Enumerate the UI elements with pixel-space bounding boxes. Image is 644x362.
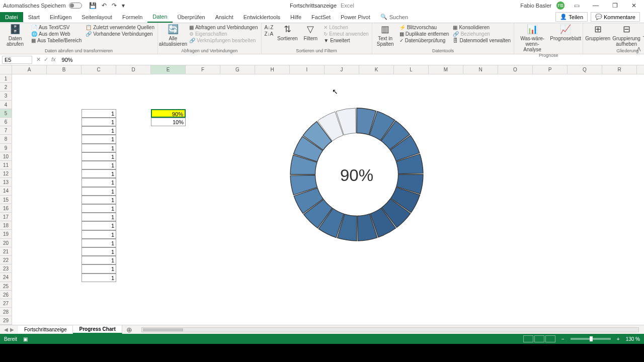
row-header-15[interactable]: 15: [0, 196, 12, 204]
tab-formeln[interactable]: Formeln: [117, 12, 147, 22]
data-validation[interactable]: ✓ Datenüberprüfung: [399, 38, 449, 43]
filter-button[interactable]: ▽Filtern: [301, 25, 319, 41]
avatar[interactable]: FB: [556, 2, 565, 10]
add-sheet-icon[interactable]: ⊕: [122, 326, 136, 334]
cell-C15[interactable]: 1: [82, 196, 116, 204]
col-header-E[interactable]: E: [151, 65, 186, 74]
autosave-toggle[interactable]: [69, 3, 82, 9]
cell-C6[interactable]: 1: [82, 118, 116, 126]
row-header-22[interactable]: 22: [0, 256, 12, 264]
row-header-9[interactable]: 9: [0, 144, 12, 152]
group-button[interactable]: ⊞Gruppieren: [586, 25, 609, 41]
cell-C18[interactable]: 1: [82, 221, 116, 230]
save-icon[interactable]: 💾: [89, 2, 97, 9]
tab-daten[interactable]: Daten: [147, 12, 172, 23]
row-header-5[interactable]: 5: [0, 109, 12, 118]
cell-C21[interactable]: 1: [82, 247, 116, 256]
zoom-slider[interactable]: [571, 338, 611, 340]
tell-me-search[interactable]: 🔍 Suchen: [380, 14, 408, 20]
tab-start[interactable]: Start: [23, 12, 45, 22]
tab-factset[interactable]: FactSet: [306, 12, 336, 22]
col-header-J[interactable]: J: [325, 65, 359, 74]
consolidate[interactable]: ▦ Konsolidieren: [453, 25, 511, 30]
cell-C17[interactable]: 1: [82, 213, 116, 221]
tab-file[interactable]: Datei: [0, 12, 23, 22]
ungroup-button[interactable]: ⊟Gruppierung aufheben: [613, 25, 639, 47]
cell-C22[interactable]: 1: [82, 256, 116, 264]
remove-duplicates[interactable]: ▦ Duplikate entfernen: [399, 31, 449, 37]
cell-E5[interactable]: 90%: [151, 109, 186, 118]
cell-C12[interactable]: 1: [82, 169, 116, 178]
collapse-ribbon-icon[interactable]: ᐱ: [637, 46, 641, 53]
cell-C11[interactable]: 1: [82, 161, 116, 169]
row-header-4[interactable]: 4: [0, 101, 12, 109]
tab-entwicklertools[interactable]: Entwicklertools: [238, 12, 285, 22]
comments-button[interactable]: 💬Kommentare: [591, 12, 640, 22]
refresh-all-button[interactable]: 🔄Alle aktualisieren: [161, 25, 185, 47]
tab-nav-next-icon[interactable]: ▶: [10, 327, 14, 332]
col-header-B[interactable]: B: [47, 65, 82, 74]
forecast-sheet[interactable]: 📈Prognoseblatt: [551, 25, 580, 41]
manage-datamodel[interactable]: 🗄 Datenmodell verwalten: [453, 38, 511, 43]
col-header-Q[interactable]: Q: [568, 65, 602, 74]
row-header-11[interactable]: 11: [0, 161, 12, 169]
cell-C9[interactable]: 1: [82, 144, 116, 152]
macro-record-icon[interactable]: ▣: [23, 336, 28, 342]
row-header-13[interactable]: 13: [0, 178, 12, 187]
tab-seitenlayout[interactable]: Seitenlayout: [76, 12, 117, 22]
view-page-layout-icon[interactable]: [534, 335, 544, 342]
col-header-D[interactable]: D: [116, 65, 151, 74]
sheet-tab-2[interactable]: Progress Chart: [73, 325, 122, 334]
recent-sources[interactable]: 📋 Zuletzt verwendete Quellen: [86, 25, 154, 30]
col-header-O[interactable]: O: [498, 65, 533, 74]
row-header-20[interactable]: 20: [0, 239, 12, 247]
col-header-F[interactable]: F: [186, 65, 220, 74]
cell-C13[interactable]: 1: [82, 178, 116, 187]
col-header-P[interactable]: P: [533, 65, 568, 74]
sort-za[interactable]: Z↓A: [265, 31, 274, 37]
maximize-icon[interactable]: ❐: [608, 2, 622, 9]
user-name[interactable]: Fabio Basler: [520, 3, 551, 9]
tab-ansicht[interactable]: Ansicht: [210, 12, 238, 22]
col-header-H[interactable]: H: [255, 65, 290, 74]
tab-hilfe[interactable]: Hilfe: [285, 12, 306, 22]
close-icon[interactable]: ✕: [627, 2, 641, 9]
ribbon-display-icon[interactable]: ▭: [570, 2, 584, 9]
row-header-2[interactable]: 2: [0, 83, 12, 92]
zoom-in-icon[interactable]: +: [617, 336, 620, 342]
cell-C8[interactable]: 1: [82, 135, 116, 143]
row-header-29[interactable]: 29: [0, 316, 12, 325]
sheet-tab-1[interactable]: Fortschrittsanzeige: [18, 326, 73, 333]
row-header-10[interactable]: 10: [0, 152, 12, 161]
zoom-out-icon[interactable]: −: [561, 336, 565, 342]
get-data-button[interactable]: 🗄️Daten abrufen: [3, 25, 27, 47]
worksheet[interactable]: 1234567891011121314151617181920212223242…: [0, 65, 644, 325]
cell-E6[interactable]: 10%: [151, 118, 186, 126]
tab-powerpivot[interactable]: Power Pivot: [336, 12, 375, 22]
share-button[interactable]: 👤Teilen: [555, 12, 588, 22]
row-header-25[interactable]: 25: [0, 282, 12, 291]
from-text-csv[interactable]: 📄 Aus Text/CSV: [31, 25, 82, 30]
zoom-level[interactable]: 130 %: [626, 336, 640, 342]
from-web[interactable]: 🌐 Aus dem Web: [31, 31, 82, 37]
row-header-18[interactable]: 18: [0, 221, 12, 230]
progress-donut-chart[interactable]: 90%: [264, 92, 450, 257]
row-header-19[interactable]: 19: [0, 230, 12, 238]
cell-C10[interactable]: 1: [82, 152, 116, 161]
existing-connections[interactable]: 🔗 Vorhandene Verbindungen: [86, 31, 154, 37]
col-header-G[interactable]: G: [220, 65, 255, 74]
row-header-6[interactable]: 6: [0, 118, 12, 126]
col-header-N[interactable]: N: [463, 65, 498, 74]
undo-icon[interactable]: ↶: [102, 2, 107, 9]
row-header-17[interactable]: 17: [0, 213, 12, 221]
cell-C5[interactable]: 1: [82, 109, 116, 118]
row-header-23[interactable]: 23: [0, 264, 12, 273]
cell-C20[interactable]: 1: [82, 239, 116, 247]
text-to-columns[interactable]: ▥Text in Spalten: [375, 25, 395, 47]
sort-az[interactable]: A↓Z: [265, 25, 274, 30]
view-page-break-icon[interactable]: [545, 335, 555, 342]
col-header-R[interactable]: R: [602, 65, 637, 74]
col-header-A[interactable]: A: [12, 65, 47, 74]
col-header-K[interactable]: K: [359, 65, 394, 74]
view-normal-icon[interactable]: [523, 335, 533, 342]
